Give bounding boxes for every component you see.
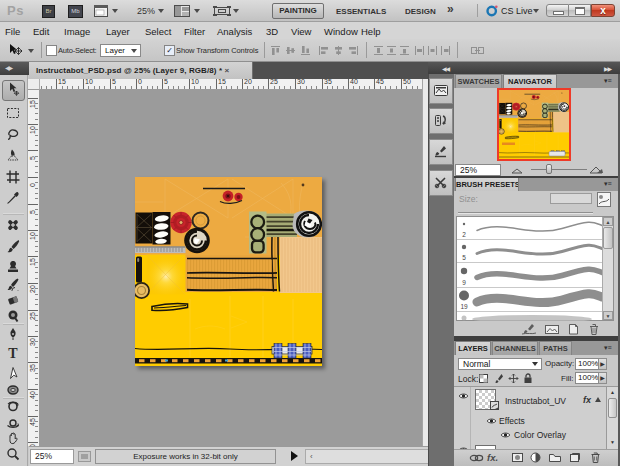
svg-text:9: 9 xyxy=(462,279,466,286)
svg-text:5: 5 xyxy=(462,254,466,261)
svg-text:19: 19 xyxy=(460,303,468,310)
svg-text:2: 2 xyxy=(462,231,466,238)
svg-text:T: T xyxy=(8,346,18,360)
